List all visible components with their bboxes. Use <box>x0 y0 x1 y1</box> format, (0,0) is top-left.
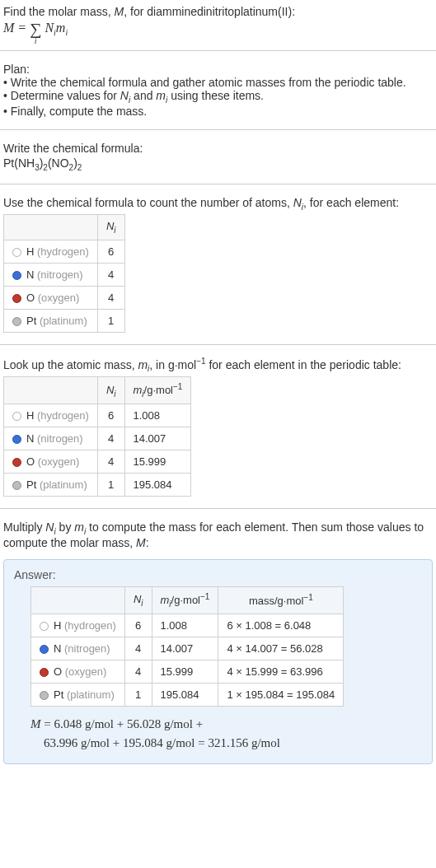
mass-value: 6 × 1.008 = 6.048 <box>218 614 344 637</box>
element-cell: H (hydrogen) <box>31 614 125 637</box>
n-value: 6 <box>97 404 124 427</box>
element-symbol: O <box>26 292 35 304</box>
table-row: Pt (platinum)1195.084 <box>4 474 191 497</box>
plan-bullet-1: • Write the chemical formula and gather … <box>3 76 433 89</box>
col-N: N <box>134 593 141 605</box>
chem-formula: Pt(NH3)2(NO2)2 <box>3 156 433 172</box>
chem-formula-block: Write the chemical formula: Pt(NH3)2(NO2… <box>0 137 436 177</box>
lookup-h-c: for each element in the periodic table: <box>206 358 401 371</box>
plan-bullet-2: • Determine values for Ni and mi using t… <box>3 89 433 105</box>
plan-b2-and: and <box>130 89 156 102</box>
element-dot-icon <box>12 271 21 280</box>
mult-N: N <box>45 520 54 534</box>
element-symbol: N <box>26 268 34 281</box>
table-row: Pt (platinum)1 <box>4 309 125 332</box>
element-dot-icon <box>12 481 21 490</box>
lookup-block: Look up the atomic mass, mi, in g·mol−1 … <box>0 352 436 502</box>
col-mass: mass/g·mol−1 <box>218 587 344 614</box>
element-name: (oxygen) <box>65 665 107 678</box>
molar-mass-equation: M = ∑ i Nimi <box>3 20 433 39</box>
mass-value: 1 × 195.084 = 195.084 <box>218 684 344 707</box>
divider <box>0 129 436 130</box>
table-row: H (hydrogen)61.0086 × 1.008 = 6.048 <box>31 614 344 637</box>
element-name: (platinum) <box>40 478 87 491</box>
plan-heading: Plan: <box>3 63 433 76</box>
intro-block: Find the molar mass, M, for diamminedini… <box>0 0 436 44</box>
element-symbol: N <box>54 642 61 655</box>
answer-table: Ni mi/g·mol−1 mass/g·mol−1 H (hydrogen)6… <box>30 586 344 707</box>
eq-N: N <box>45 21 54 35</box>
lookup-h-exp: −1 <box>196 357 205 366</box>
col-unit: /g·mol <box>171 594 200 606</box>
element-name: (nitrogen) <box>37 268 83 281</box>
m-value: 15.999 <box>124 450 191 474</box>
element-symbol: H <box>26 409 34 422</box>
divider <box>0 184 436 184</box>
plan-bullet-3: • Finally, compute the mass. <box>3 105 433 118</box>
answer-box: Answer: Ni mi/g·mol−1 mass/g·mol−1 H (hy… <box>3 559 433 764</box>
intro-text-a: Find the molar mass, <box>3 5 115 18</box>
element-dot-icon <box>12 412 21 421</box>
plan-b2-end: using these items. <box>167 89 264 102</box>
element-dot-icon <box>40 622 49 631</box>
element-cell: O (oxygen) <box>31 660 125 684</box>
n-value: 6 <box>124 614 152 637</box>
mass-value: 4 × 14.007 = 56.028 <box>218 637 344 660</box>
final-equation: M = 6.048 g/mol + 56.028 g/mol + 63.996 … <box>30 715 422 752</box>
col-Ni: Ni <box>97 215 124 240</box>
lookup-h-a: Look up the atomic mass, <box>3 358 138 371</box>
n-value: 1 <box>97 309 124 332</box>
m-value: 1.008 <box>124 404 191 427</box>
element-dot-icon <box>40 668 49 677</box>
lookup-h-b: , in g·mol <box>149 358 196 371</box>
element-name: (nitrogen) <box>64 642 110 655</box>
count-table: Ni H (hydrogen)6N (nitrogen)4O (oxygen)4… <box>3 214 125 333</box>
col-mi: mi/g·mol−1 <box>124 377 191 404</box>
sigma-sub: i <box>35 36 37 45</box>
empty-header <box>4 377 98 404</box>
table-row: Pt (platinum)1195.0841 × 195.084 = 195.0… <box>31 684 344 707</box>
count-h-N: N <box>293 196 302 209</box>
table-row: O (oxygen)415.999 <box>4 450 191 474</box>
element-name: (hydrogen) <box>37 409 89 422</box>
element-symbol: O <box>54 665 62 678</box>
element-cell: N (nitrogen) <box>4 263 98 286</box>
element-dot-icon <box>12 435 21 444</box>
element-cell: O (oxygen) <box>4 450 98 474</box>
mass-value: 4 × 15.999 = 63.996 <box>218 660 344 684</box>
n-value: 4 <box>97 450 124 474</box>
final-line2: 63.996 g/mol + 195.084 g/mol = 321.156 g… <box>44 736 280 749</box>
lookup-heading: Look up the atomic mass, mi, in g·mol−1 … <box>3 357 433 373</box>
multiply-block: Multiply Ni by mi to compute the mass fo… <box>0 516 436 554</box>
plan-b2-a: • Determine values for <box>3 89 120 102</box>
element-cell: H (hydrogen) <box>4 404 98 427</box>
element-name: (oxygen) <box>38 292 80 304</box>
multiply-heading: Multiply Ni by mi to compute the mass fo… <box>3 520 433 549</box>
n-value: 1 <box>124 684 152 707</box>
element-symbol: O <box>26 455 35 468</box>
plan-block: Plan: • Write the chemical formula and g… <box>0 58 436 123</box>
divider <box>0 344 436 345</box>
final-eq: = 6.048 g/mol + 56.028 g/mol + <box>41 717 204 730</box>
col-unit-exp: −1 <box>173 382 182 391</box>
empty-header <box>31 587 125 614</box>
element-dot-icon <box>40 645 49 654</box>
col-mass-a: mass/g·mol <box>249 595 303 608</box>
element-symbol: Pt <box>54 688 63 701</box>
table-row: H (hydrogen)61.008 <box>4 404 191 427</box>
eq-left: M = <box>3 21 30 35</box>
element-cell: Pt (platinum) <box>4 309 98 332</box>
element-symbol: Pt <box>26 315 36 327</box>
m-value: 195.084 <box>124 474 191 497</box>
divider <box>0 508 436 509</box>
count-heading: Use the chemical formula to count the nu… <box>3 196 433 212</box>
col-m: m <box>134 385 143 397</box>
element-symbol: N <box>26 432 34 445</box>
plan-b2-N: N <box>120 89 129 102</box>
element-name: (platinum) <box>67 688 115 701</box>
col-unit-exp: −1 <box>200 592 209 601</box>
col-Ni-sub: i <box>114 226 115 235</box>
mult-M: M <box>136 536 146 549</box>
intro-line: Find the molar mass, M, for diamminedini… <box>3 5 433 18</box>
chem-e: (NO <box>48 156 69 170</box>
